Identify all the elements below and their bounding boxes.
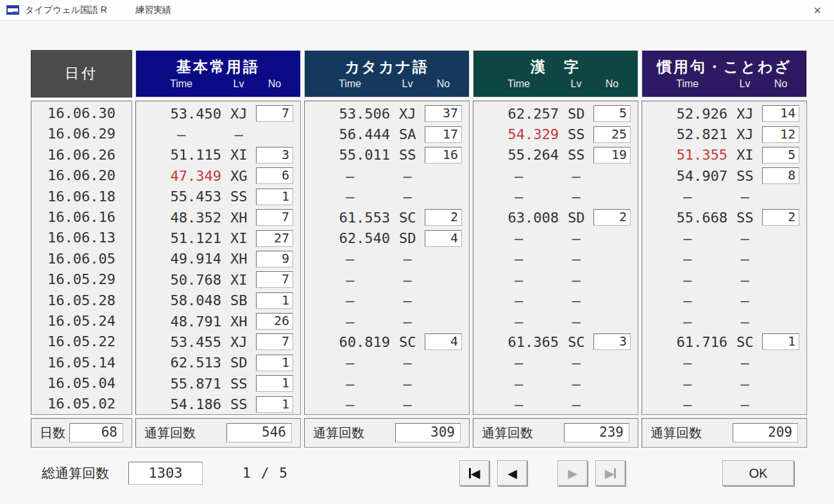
result-row: 51.355XI5: [642, 145, 806, 165]
cumulative-panel-idiom: 通算回数 209: [642, 418, 807, 448]
window-title: タイプウェル国語 R: [25, 4, 107, 16]
attempt-count-box: 1: [256, 189, 293, 205]
level-value: SD: [390, 230, 425, 246]
attempt-count-box: 26: [256, 313, 293, 330]
time-value: 51.355: [647, 147, 728, 163]
level-value: –: [728, 292, 762, 308]
result-row: ––: [473, 249, 638, 269]
level-value: SS: [221, 396, 256, 412]
nav-first-button[interactable]: ◀: [459, 460, 489, 486]
attempt-count-box: 6: [256, 167, 293, 184]
nav-next-button[interactable]: ▶: [557, 460, 588, 486]
level-value: –: [390, 292, 425, 308]
result-row: ––: [305, 249, 469, 269]
result-row: ––: [305, 165, 469, 186]
attempt-count-box: 7: [256, 209, 293, 226]
grand-total-label: 総通算回数: [42, 464, 109, 482]
result-row: ––: [642, 394, 806, 414]
time-column-label: Time: [647, 78, 728, 90]
app-icon: [6, 5, 19, 15]
level-column-label: Lv: [559, 78, 593, 90]
category-title: 漢 字: [473, 57, 638, 77]
date-panel: 16.06.3016.06.2916.06.2616.06.2016.06.18…: [31, 101, 132, 415]
result-row: ––: [473, 290, 638, 311]
time-value: –: [647, 355, 728, 371]
time-value: 55.668: [647, 210, 728, 226]
result-row: 55.453SS1: [136, 187, 300, 207]
cumulative-panel-katakana: 通算回数 309: [304, 418, 470, 448]
level-value: –: [559, 314, 593, 330]
time-value: –: [647, 272, 728, 288]
page-current: 1: [243, 466, 251, 481]
result-row: ––: [473, 187, 638, 207]
level-column-label: Lv: [728, 78, 762, 90]
result-row: 53.455XJ7: [136, 332, 300, 352]
time-value: 58.048: [141, 292, 221, 308]
attempt-count-box: 2: [593, 209, 631, 226]
time-value: –: [479, 396, 559, 412]
level-value: XG: [221, 168, 256, 184]
time-column-label: Time: [310, 78, 390, 90]
left-triangle-icon: ◀: [507, 467, 517, 480]
time-value: 48.352: [141, 210, 221, 226]
date-cell: 16.06.18: [31, 187, 132, 207]
footer-bar: 総通算回数 1303 1 / 5 ◀ ◀ ▶ ▶ OK: [31, 458, 807, 488]
result-row: 61.365SC3: [473, 332, 638, 352]
result-row: 54.907SS8: [642, 165, 806, 186]
attempt-count-box: 17: [425, 126, 462, 143]
results-table: 日付 基本常用語 Time Lv No カタカナ語 Time Lv No 漢 字…: [31, 50, 807, 448]
level-value: –: [559, 272, 593, 288]
date-column-header: 日付: [31, 50, 132, 97]
time-value: 50.768: [141, 272, 221, 288]
category-title: カタカナ語: [305, 57, 469, 77]
time-value: –: [647, 396, 728, 412]
result-row: 48.791XH26: [136, 311, 300, 332]
level-value: –: [728, 314, 762, 330]
attempt-count-box: 19: [593, 147, 631, 164]
level-value: –: [390, 355, 425, 371]
ok-button[interactable]: OK: [722, 460, 794, 486]
time-value: –: [647, 292, 728, 308]
sub-header-row: Time Lv No: [642, 77, 806, 92]
attempt-count-box: 3: [256, 147, 293, 164]
result-row: ––: [642, 269, 806, 290]
time-value: –: [310, 396, 390, 412]
time-value: –: [479, 376, 559, 392]
cumulative-value-box: 209: [733, 423, 798, 442]
attempt-count-box: 12: [762, 126, 799, 143]
attempt-count-box: 1: [762, 333, 799, 350]
category-title: 基本常用語: [136, 57, 300, 77]
level-value: SS: [559, 147, 593, 163]
cumulative-label: 通算回数: [313, 424, 364, 442]
date-cell: 16.06.05: [31, 249, 132, 269]
date-cell: 16.05.28: [31, 290, 132, 311]
level-value: XI: [221, 230, 256, 246]
attempt-count-box: 2: [762, 209, 799, 226]
attempt-count-box: 27: [256, 230, 293, 247]
date-cell: 16.06.16: [31, 207, 132, 228]
page-separator: /: [261, 466, 269, 481]
result-row: 62.540SD4: [305, 228, 469, 248]
date-cell: 16.06.30: [31, 103, 132, 124]
result-row: 49.914XH9: [136, 249, 300, 269]
result-row: ––: [642, 228, 806, 248]
result-row: ––: [642, 290, 806, 311]
time-value: 51.121: [141, 230, 221, 246]
category-header-kanji: 漢 字 Time Lv No: [473, 50, 638, 97]
result-row: ––: [305, 394, 469, 414]
close-icon[interactable]: ×: [810, 3, 825, 18]
result-row: ––: [305, 290, 469, 311]
nav-prev-button[interactable]: ◀: [497, 460, 527, 486]
level-value: XJ: [390, 106, 425, 122]
level-column-label: Lv: [390, 78, 425, 90]
level-value: XJ: [221, 334, 256, 350]
level-value: –: [559, 355, 593, 371]
date-cell: 16.06.13: [31, 228, 132, 248]
count-column-label: No: [425, 78, 462, 90]
attempt-count-box: 7: [256, 271, 293, 288]
time-value: 61.365: [479, 334, 559, 350]
level-value: XH: [221, 314, 256, 330]
nav-last-button[interactable]: ▶: [595, 460, 626, 486]
result-row: 62.257SD5: [473, 103, 638, 124]
category-header-idiom: 慣用句・ことわざ Time Lv No: [642, 50, 807, 97]
